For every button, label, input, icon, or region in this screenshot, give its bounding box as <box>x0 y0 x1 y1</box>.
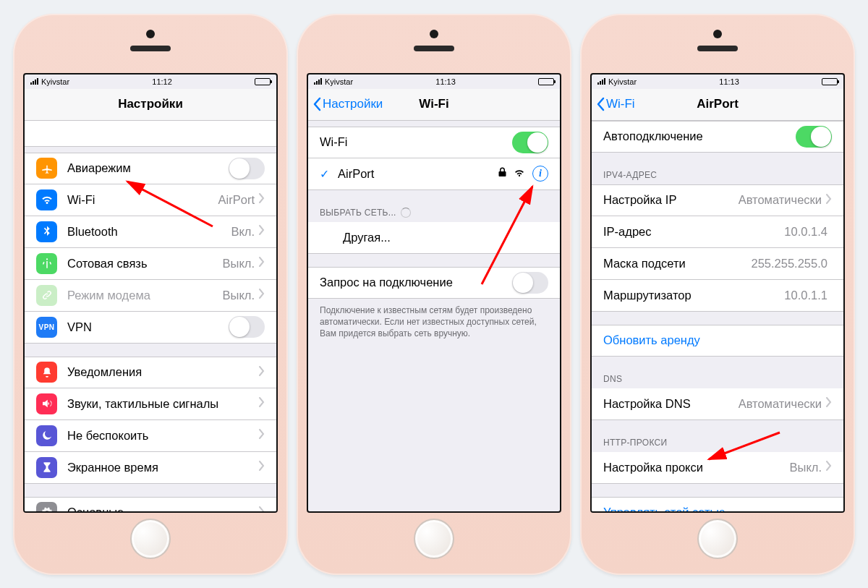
status-time: 11:12 <box>152 77 172 86</box>
autojoin-label: Автоподключение <box>603 129 796 143</box>
signal-icon <box>314 78 322 85</box>
home-button[interactable] <box>697 519 738 559</box>
wifi-content[interactable]: Wi-Fi ✓ AirPort i ВЫБРАТЬ СЕТ <box>308 121 560 511</box>
home-button[interactable] <box>130 519 171 559</box>
nav-header: Настройки Wi-Fi <box>308 89 560 121</box>
dns-value: Автоматически <box>739 397 822 411</box>
row-value: Выкл. <box>223 257 255 270</box>
choose-network-header: ВЫБРАТЬ СЕТЬ... <box>308 203 560 222</box>
wifi-toggle[interactable] <box>512 132 548 153</box>
autojoin-toggle[interactable] <box>796 126 832 148</box>
back-label: Wi-Fi <box>606 97 635 111</box>
bezel-top <box>307 24 561 73</box>
wifi-icon <box>36 189 57 210</box>
chevron-right-icon <box>826 194 832 207</box>
row-label: Авиарежим <box>67 161 229 175</box>
nav-header: Настройки <box>25 89 276 121</box>
back-button[interactable]: Wi-Fi <box>596 97 635 111</box>
carrier-label: Kyivstar <box>608 77 637 86</box>
row-value: Вкл. <box>231 225 255 239</box>
nav-header: Wi-Fi AirPort <box>592 89 843 121</box>
row-label: Wi-Fi <box>67 193 218 207</box>
settings-row-general[interactable]: Основные <box>25 497 276 511</box>
vpn-toggle[interactable] <box>229 316 265 338</box>
front-camera <box>146 30 155 38</box>
settings-row-airplane[interactable]: Авиарежим <box>25 153 276 184</box>
settings-row-notifications[interactable]: Уведомления <box>25 357 276 388</box>
battery-icon <box>255 78 271 85</box>
wifi-label: Wi-Fi <box>320 135 512 149</box>
search-area[interactable] <box>25 121 276 147</box>
row-label: Звуки, тактильные сигналы <box>67 397 259 411</box>
chevron-right-icon <box>826 461 832 474</box>
manage-label: Управлять этой сетью <box>603 506 832 511</box>
connected-network-row[interactable]: ✓ AirPort i <box>308 158 560 190</box>
spinner-icon <box>401 208 411 218</box>
bezel-top <box>590 24 845 73</box>
row-label: Маршрутизатор <box>603 289 784 302</box>
status-bar: Kyivstar 11:13 <box>308 74 560 89</box>
row-value: Выкл. <box>223 289 255 302</box>
settings-row-sounds[interactable]: Звуки, тактильные сигналы <box>25 388 276 420</box>
airplane-toggle[interactable] <box>229 158 265 179</box>
home-area <box>307 513 561 565</box>
ask-footer: Подключение к известным сетям будет прои… <box>308 299 560 346</box>
info-button[interactable]: i <box>532 166 548 182</box>
signal-icon <box>597 78 605 85</box>
autojoin-row[interactable]: Автоподключение <box>592 121 843 153</box>
row-label: Bluetooth <box>67 225 231 239</box>
screen-settings: Kyivstar 11:12 Настройки АвиарежимWi-FiA… <box>23 73 278 513</box>
earpiece-speaker <box>130 46 171 51</box>
configure-dns-row[interactable]: Настройка DNS Автоматически <box>592 388 843 420</box>
cellular-icon <box>36 253 57 274</box>
settings-row-wifi[interactable]: Wi-FiAirPort <box>25 184 276 216</box>
subnet-row: Маска подсети255.255.255.0 <box>592 248 843 280</box>
wifi-icon <box>514 167 525 180</box>
settings-row-dnd[interactable]: Не беспокоить <box>25 420 276 452</box>
chevron-left-icon <box>312 97 321 111</box>
chevron-right-icon <box>259 429 265 442</box>
status-time: 11:13 <box>719 77 739 86</box>
page-title: Wi-Fi <box>419 97 448 111</box>
chevron-right-icon <box>259 289 265 302</box>
chevron-right-icon <box>259 506 265 511</box>
battery-icon <box>538 78 554 85</box>
front-camera <box>430 30 438 38</box>
row-label: Уведомления <box>67 365 259 379</box>
back-button[interactable]: Настройки <box>312 97 383 111</box>
row-value: AirPort <box>218 193 255 207</box>
settings-row-cellular[interactable]: Сотовая связьВыкл. <box>25 248 276 280</box>
home-button[interactable] <box>414 519 454 559</box>
ip-address-row: IP-адрес10.0.1.4 <box>592 216 843 248</box>
row-label: Основные <box>67 506 259 511</box>
configure-proxy-row[interactable]: Настройка прокси Выкл. <box>592 452 843 484</box>
battery-icon <box>822 78 838 85</box>
settings-row-hotspot[interactable]: Режим модемаВыкл. <box>25 280 276 312</box>
status-time: 11:13 <box>435 77 456 86</box>
chevron-right-icon <box>826 397 832 410</box>
chevron-right-icon <box>259 193 265 206</box>
row-label: Режим модема <box>67 289 223 302</box>
settings-row-screentime[interactable]: Экранное время <box>25 452 276 484</box>
other-network-row[interactable]: Другая... <box>308 222 560 254</box>
manage-network-row[interactable]: Управлять этой сетью <box>592 497 843 511</box>
home-area <box>590 513 845 565</box>
status-bar: Kyivstar 11:13 <box>592 74 843 89</box>
notifications-icon <box>36 362 57 383</box>
row-label: Маска подсети <box>603 257 751 270</box>
row-label: Сотовая связь <box>67 257 223 270</box>
wifi-toggle-row[interactable]: Wi-Fi <box>308 127 560 158</box>
proxy-header: HTTP-ПРОКСИ <box>592 433 843 452</box>
details-content[interactable]: Автоподключение IPV4-АДРЕС Настройка IPА… <box>592 121 843 511</box>
ask-to-join-row[interactable]: Запрос на подключение <box>308 267 560 299</box>
router-row: Маршрутизатор10.0.1.1 <box>592 280 843 312</box>
ask-toggle[interactable] <box>512 272 548 294</box>
renew-lease-row[interactable]: Обновить аренду <box>592 325 843 357</box>
back-label: Настройки <box>323 97 383 111</box>
configure-ip-row[interactable]: Настройка IPАвтоматически <box>592 184 843 216</box>
settings-row-bluetooth[interactable]: BluetoothВкл. <box>25 216 276 248</box>
settings-row-vpn[interactable]: VPNVPN <box>25 312 276 344</box>
chevron-left-icon <box>596 97 605 111</box>
phone-network-details: Kyivstar 11:13 Wi-Fi AirPort Автоподключ… <box>580 14 855 575</box>
settings-list[interactable]: АвиарежимWi-FiAirPortBluetoothВкл.Сотова… <box>25 121 276 511</box>
